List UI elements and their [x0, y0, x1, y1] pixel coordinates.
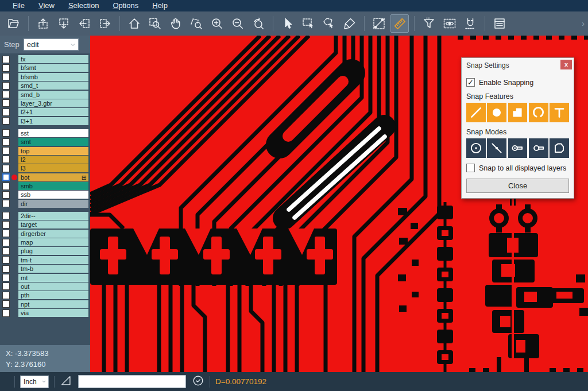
toolbar-zoom-polygon-button[interactable] [187, 14, 206, 33]
toolbar-shift-down-button[interactable] [55, 14, 73, 33]
layer-name-strip[interactable]: smb [18, 182, 88, 190]
layer-visibility-checkbox[interactable] [2, 212, 10, 219]
layer-visibility-checkbox[interactable] [2, 73, 10, 80]
angle-corner-icon[interactable] [60, 374, 72, 389]
snap-mode-pad-slot-button[interactable] [508, 138, 528, 158]
layer-visibility-checkbox[interactable] [2, 265, 10, 273]
layer-visibility-checkbox[interactable] [2, 99, 10, 107]
snap-feature-line-button[interactable] [466, 103, 486, 122]
layer-visibility-checkbox[interactable] [2, 300, 10, 308]
layer-visibility-checkbox[interactable] [2, 109, 10, 116]
layer-row-via[interactable]: via [0, 309, 90, 317]
layer-name-strip[interactable]: l3 [18, 164, 88, 172]
layer-row-tm-b[interactable]: tm-b [0, 265, 90, 273]
layer-visibility-checkbox[interactable] [2, 129, 10, 137]
layer-row-l3[interactable]: l3 [0, 164, 90, 172]
layer-visibility-checkbox[interactable] [2, 64, 10, 72]
menu-item-options[interactable]: Options [106, 1, 145, 11]
toolbar-shift-left-button[interactable] [75, 14, 94, 33]
toolbar-select-polygon-button[interactable] [320, 14, 338, 33]
layer-row-l2[interactable]: l2 [0, 156, 90, 164]
sync-check-icon[interactable] [192, 374, 204, 389]
layer-row-dir[interactable]: dir [0, 200, 90, 208]
toolbar-zoom-in-button[interactable] [208, 14, 226, 33]
layer-name-strip[interactable]: l2 [18, 156, 88, 164]
layer-name-strip[interactable]: plug [18, 247, 88, 255]
snap-feature-surface-button[interactable] [508, 103, 528, 122]
layer-name-strip[interactable]: fx [18, 55, 88, 63]
step-select[interactable]: edit [24, 38, 79, 51]
menu-item-selection[interactable]: Selection [61, 1, 106, 11]
layer-visibility-checkbox[interactable] [2, 165, 10, 172]
layer-visibility-checkbox[interactable] [2, 173, 10, 181]
layer-row-smt[interactable]: smt [0, 138, 90, 146]
snap-feature-arc-button[interactable] [529, 103, 548, 122]
layer-name-strip[interactable]: smt [18, 138, 88, 146]
layer-row-bfsmb[interactable]: bfsmb [0, 73, 90, 81]
layer-name-strip[interactable]: 2dir-- [18, 212, 88, 220]
layer-name-strip[interactable]: bot⊞ [18, 173, 88, 181]
layer-row-mt[interactable]: mt [0, 274, 90, 282]
layer-name-strip[interactable]: bfsmb [18, 73, 88, 81]
toolbar-shift-right-button[interactable] [96, 14, 114, 33]
close-button[interactable]: Close [466, 179, 569, 193]
snap-feature-pad-button[interactable] [487, 103, 506, 122]
layer-visibility-checkbox[interactable] [2, 147, 10, 154]
layer-row-bot[interactable]: bot⊞ [0, 173, 90, 181]
layer-name-strip[interactable]: via [18, 309, 88, 317]
menu-item-file[interactable]: File [6, 1, 32, 11]
layer-name-strip[interactable]: smd_b [18, 91, 88, 99]
snap-mode-polygon-button[interactable] [550, 138, 569, 158]
layer-row-plug[interactable]: plug [0, 247, 90, 255]
dialog-close-icon[interactable]: x [560, 60, 572, 69]
toolbar-open-folder-button[interactable] [5, 14, 23, 33]
layer-row-l2+1[interactable]: l2+1 [0, 108, 90, 116]
layer-visibility-checkbox[interactable] [2, 292, 10, 299]
menu-item-help[interactable]: Help [145, 1, 175, 11]
snap-dialog-titlebar[interactable]: Snap Settings x [462, 58, 574, 72]
toolbar-select-rectangle-button[interactable] [299, 14, 318, 33]
layer-row-dirgerber[interactable]: dirgerber [0, 230, 90, 238]
layer-name-strip[interactable]: mt [18, 274, 88, 282]
layer-visibility-checkbox[interactable] [2, 239, 10, 246]
layer-visibility-checkbox[interactable] [2, 256, 10, 264]
layer-visibility-checkbox[interactable] [2, 282, 10, 290]
layer-visibility-checkbox[interactable] [2, 191, 10, 199]
enable-snapping-checkbox[interactable] [466, 78, 475, 87]
layer-name-strip[interactable]: top [18, 147, 88, 155]
layer-row-ssb[interactable]: ssb [0, 191, 90, 199]
layer-name-strip[interactable]: smd_t [18, 82, 88, 90]
layer-row-l3+1[interactable]: l3+1 [0, 117, 90, 125]
command-input[interactable] [78, 375, 186, 388]
snap-mode-center-button[interactable] [466, 138, 486, 158]
toolbar-home-button[interactable] [125, 14, 144, 33]
layer-row-target[interactable]: target [0, 220, 90, 229]
toolbar-filter-button[interactable] [420, 14, 438, 33]
layer-name-strip[interactable]: target [18, 220, 88, 229]
layer-row-top[interactable]: top [0, 147, 90, 155]
layer-name-strip[interactable]: pth [18, 291, 88, 299]
toolbar-select-cursor-button[interactable] [278, 14, 297, 33]
layer-name-strip[interactable]: dir [18, 200, 88, 208]
layer-name-strip[interactable]: tm-t [18, 256, 88, 264]
layer-row-2dir--[interactable]: 2dir-- [0, 212, 90, 220]
toolbar-zoom-out-button[interactable] [229, 14, 247, 33]
layer-name-strip[interactable]: l3+1 [18, 117, 88, 125]
layer-name-strip[interactable]: sst [18, 129, 88, 137]
snap-feature-text-button[interactable] [550, 103, 569, 122]
layer-row-bfsmt[interactable]: bfsmt [0, 64, 90, 72]
layer-name-strip[interactable]: tm-b [18, 265, 88, 273]
toolbar-snap-magnet-button[interactable] [461, 14, 479, 33]
toolbar-brush-clear-button[interactable] [341, 14, 359, 33]
layer-row-pth[interactable]: pth [0, 291, 90, 299]
layer-row-sst[interactable]: sst [0, 129, 90, 137]
layer-visibility-checkbox[interactable] [2, 200, 10, 207]
layer-visibility-checkbox[interactable] [2, 82, 10, 90]
toolbar-zoom-previous-button[interactable] [249, 14, 268, 33]
toolbar-ruler-measure-button[interactable] [390, 14, 409, 33]
toolbar-measure-line-button[interactable] [370, 14, 388, 33]
layer-row-tm-t[interactable]: tm-t [0, 256, 90, 264]
toolbar-zoom-window-button[interactable] [146, 14, 164, 33]
layer-row-map[interactable]: map [0, 238, 90, 246]
menu-item-view[interactable]: View [32, 1, 61, 11]
